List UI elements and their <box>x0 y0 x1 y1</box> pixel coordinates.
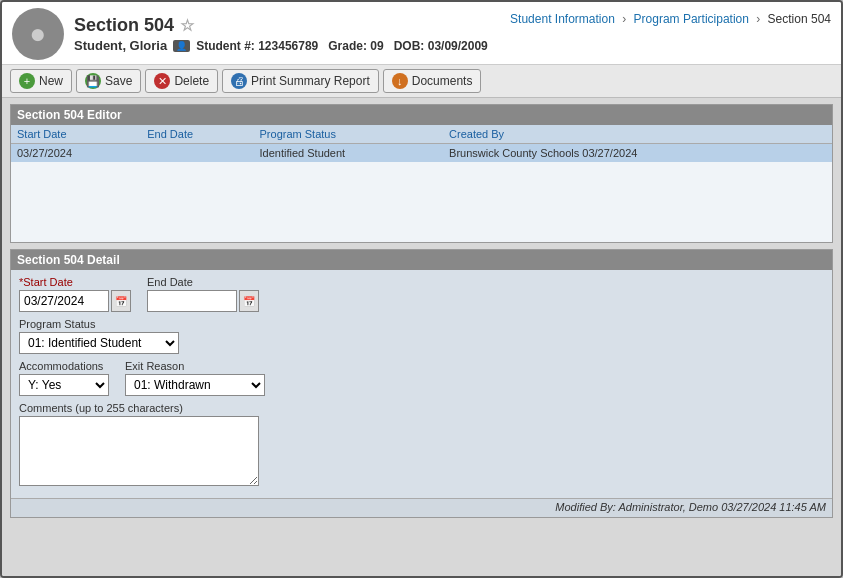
start-date-label: *Start Date <box>19 276 131 288</box>
cell-created-by: Brunswick County Schools 03/27/2024 <box>443 144 832 163</box>
header: ● Section 504 ☆ Student, Gloria 👤 Studen… <box>2 2 841 65</box>
end-date-calendar-button[interactable]: 📅 <box>239 290 259 312</box>
detail-title: Section 504 Detail <box>17 253 120 267</box>
save-icon: 💾 <box>85 73 101 89</box>
end-date-label: End Date <box>147 276 259 288</box>
favorite-star-icon[interactable]: ☆ <box>180 16 194 35</box>
delete-button[interactable]: ✕ Delete <box>145 69 218 93</box>
print-label: Print Summary Report <box>251 74 370 88</box>
col-program-status[interactable]: Program Status <box>254 125 444 144</box>
grade-value: 09 <box>370 39 383 53</box>
section-title-text: Section 504 <box>74 15 174 36</box>
header-info: Section 504 ☆ Student, Gloria 👤 Student … <box>74 15 488 53</box>
editor-title: Section 504 Editor <box>17 108 122 122</box>
detail-section: Section 504 Detail *Start Date 📅 End Dat… <box>10 249 833 518</box>
program-status-row: Program Status 01: Identified Student 02… <box>19 318 824 354</box>
editor-table: Start Date End Date Program Status Creat… <box>11 125 832 242</box>
accommodations-select[interactable]: Y: Yes N: No <box>19 374 109 396</box>
comments-label: Comments (up to 255 characters) <box>19 402 259 414</box>
print-summary-button[interactable]: 🖨 Print Summary Report <box>222 69 379 93</box>
col-created-by[interactable]: Created By <box>443 125 832 144</box>
detail-header: Section 504 Detail <box>11 250 832 270</box>
student-name-row: Student, Gloria 👤 Student #: 123456789 G… <box>74 38 488 53</box>
start-date-input[interactable] <box>19 290 109 312</box>
save-button[interactable]: 💾 Save <box>76 69 141 93</box>
detail-content: *Start Date 📅 End Date 📅 <box>11 270 832 498</box>
page-title: Section 504 ☆ <box>74 15 488 36</box>
person-icon: ● <box>30 18 47 50</box>
header-left: ● Section 504 ☆ Student, Gloria 👤 Studen… <box>12 8 488 60</box>
editor-content: Start Date End Date Program Status Creat… <box>11 125 832 242</box>
accommodations-group: Accommodations Y: Yes N: No <box>19 360 109 396</box>
cell-start-date: 03/27/2024 <box>11 144 141 163</box>
delete-icon: ✕ <box>154 73 170 89</box>
exit-reason-group: Exit Reason 01: Withdrawn 02: Graduated … <box>125 360 265 396</box>
cell-end-date <box>141 144 253 163</box>
dob-value: 03/09/2009 <box>428 39 488 53</box>
col-start-date[interactable]: Start Date <box>11 125 141 144</box>
comments-textarea[interactable] <box>19 416 259 486</box>
cell-program-status: Identified Student <box>254 144 444 163</box>
avatar: ● <box>12 8 64 60</box>
end-date-group: End Date 📅 <box>147 276 259 312</box>
comments-row: Comments (up to 255 characters) <box>19 402 824 486</box>
new-button[interactable]: + New <box>10 69 72 93</box>
modified-by: Modified By: Administrator, Demo 03/27/2… <box>11 499 832 517</box>
documents-icon: ↓ <box>392 73 408 89</box>
exit-reason-label: Exit Reason <box>125 360 265 372</box>
breadcrumb-program-participation[interactable]: Program Participation <box>634 12 749 26</box>
main-window: ● Section 504 ☆ Student, Gloria 👤 Studen… <box>0 0 843 578</box>
program-status-select[interactable]: 01: Identified Student 02: Not Identifie… <box>19 332 179 354</box>
student-number-label: Student #: <box>196 39 255 53</box>
delete-label: Delete <box>174 74 209 88</box>
breadcrumb: Student Information › Program Participat… <box>510 8 831 26</box>
comments-group: Comments (up to 255 characters) <box>19 402 259 486</box>
start-date-group: *Start Date 📅 <box>19 276 131 312</box>
exit-reason-select[interactable]: 01: Withdrawn 02: Graduated 03: Other <box>125 374 265 396</box>
toolbar: + New 💾 Save ✕ Delete 🖨 Print Summary Re… <box>2 65 841 98</box>
dob-label: DOB: <box>394 39 425 53</box>
program-status-label: Program Status <box>19 318 179 330</box>
breadcrumb-student-info[interactable]: Student Information <box>510 12 615 26</box>
col-end-date[interactable]: End Date <box>141 125 253 144</box>
student-number: 123456789 <box>258 39 318 53</box>
plus-icon: + <box>19 73 35 89</box>
documents-label: Documents <box>412 74 473 88</box>
editor-section: Section 504 Editor Start Date End Date P… <box>10 104 833 243</box>
date-row: *Start Date 📅 End Date 📅 <box>19 276 824 312</box>
student-name: Student, Gloria <box>74 38 167 53</box>
breadcrumb-sep-1: › <box>622 12 626 26</box>
editor-header: Section 504 Editor <box>11 105 832 125</box>
table-header-row: Start Date End Date Program Status Creat… <box>11 125 832 144</box>
documents-button[interactable]: ↓ Documents <box>383 69 482 93</box>
student-id-card-icon: 👤 <box>173 40 190 52</box>
program-status-group: Program Status 01: Identified Student 02… <box>19 318 179 354</box>
print-icon: 🖨 <box>231 73 247 89</box>
main-content: Section 504 Editor Start Date End Date P… <box>2 98 841 576</box>
end-date-wrapper: 📅 <box>147 290 259 312</box>
table-empty-space <box>11 162 832 242</box>
breadcrumb-sep-2: › <box>756 12 760 26</box>
end-date-input[interactable] <box>147 290 237 312</box>
accommodations-exit-row: Accommodations Y: Yes N: No Exit Reason … <box>19 360 824 396</box>
grade-label: Grade: <box>328 39 367 53</box>
table-row[interactable]: 03/27/2024 Identified Student Brunswick … <box>11 144 832 163</box>
breadcrumb-current: Section 504 <box>768 12 831 26</box>
student-meta: Student #: 123456789 Grade: 09 DOB: 03/0… <box>196 39 488 53</box>
accommodations-label: Accommodations <box>19 360 109 372</box>
save-label: Save <box>105 74 132 88</box>
new-label: New <box>39 74 63 88</box>
start-date-wrapper: 📅 <box>19 290 131 312</box>
start-date-calendar-button[interactable]: 📅 <box>111 290 131 312</box>
